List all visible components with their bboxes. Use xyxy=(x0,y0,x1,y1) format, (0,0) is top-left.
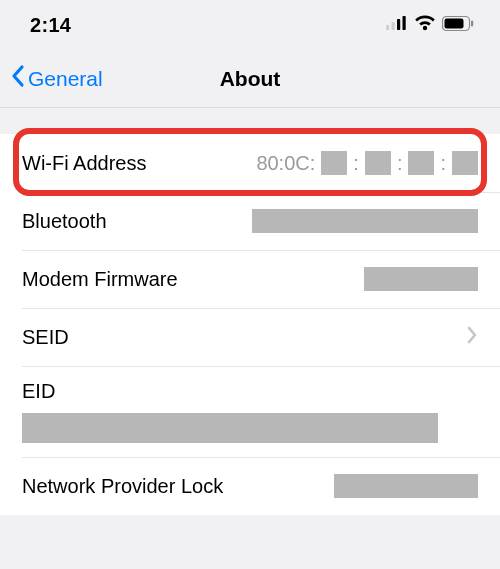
svg-rect-6 xyxy=(471,20,473,26)
redacted-block xyxy=(365,151,391,175)
about-list: Wi-Fi Address 80:0C:::: Bluetooth Modem … xyxy=(0,134,500,515)
label-modem: Modem Firmware xyxy=(22,268,178,291)
row-seid[interactable]: SEID xyxy=(0,308,500,366)
wifi-icon xyxy=(414,15,436,35)
nav-bar: General About xyxy=(0,50,500,108)
row-modem-firmware[interactable]: Modem Firmware xyxy=(0,250,500,308)
label-bluetooth: Bluetooth xyxy=(22,210,107,233)
value-npl xyxy=(334,474,478,498)
svg-rect-2 xyxy=(397,19,400,30)
chevron-left-icon xyxy=(10,64,26,93)
cellular-icon xyxy=(386,16,408,34)
label-eid: EID xyxy=(22,380,55,403)
value-modem xyxy=(364,267,478,291)
redacted-block xyxy=(321,151,347,175)
status-time: 2:14 xyxy=(30,14,71,37)
label-npl: Network Provider Lock xyxy=(22,475,223,498)
value-wifi: 80:0C:::: xyxy=(256,151,478,175)
label-seid: SEID xyxy=(22,326,69,349)
value-bluetooth xyxy=(252,209,478,233)
redacted-block xyxy=(252,209,478,233)
status-indicators xyxy=(386,15,474,35)
label-wifi: Wi-Fi Address xyxy=(22,152,146,175)
chevron-right-icon xyxy=(466,326,478,348)
redacted-block xyxy=(334,474,478,498)
svg-rect-3 xyxy=(403,16,406,30)
row-eid[interactable]: EID xyxy=(0,366,500,457)
redacted-block xyxy=(452,151,478,175)
row-network-provider-lock[interactable]: Network Provider Lock xyxy=(0,457,500,515)
redacted-block xyxy=(22,413,438,443)
redacted-block xyxy=(408,151,434,175)
redacted-block xyxy=(364,267,478,291)
svg-rect-5 xyxy=(445,18,464,28)
content: Wi-Fi Address 80:0C:::: Bluetooth Modem … xyxy=(0,108,500,515)
wifi-prefix: 80:0C: xyxy=(256,152,315,175)
battery-icon xyxy=(442,16,474,35)
back-button[interactable]: General xyxy=(10,64,103,93)
row-wifi-address[interactable]: Wi-Fi Address 80:0C:::: xyxy=(0,134,500,192)
status-bar: 2:14 xyxy=(0,0,500,50)
svg-rect-1 xyxy=(392,22,395,30)
svg-rect-0 xyxy=(386,25,389,30)
back-label: General xyxy=(28,67,103,91)
row-bluetooth[interactable]: Bluetooth xyxy=(0,192,500,250)
